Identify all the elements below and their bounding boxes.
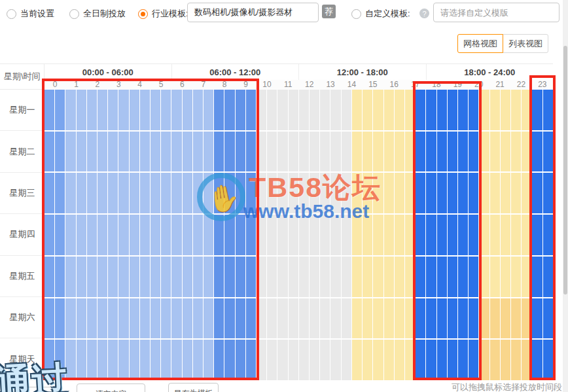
schedule-cell[interactable]	[373, 298, 383, 339]
schedule-cell[interactable]	[330, 132, 341, 172]
schedule-cell[interactable]	[130, 298, 140, 339]
schedule-cell[interactable]	[108, 132, 118, 172]
schedule-cell[interactable]	[363, 90, 373, 130]
schedule-cell[interactable]	[183, 340, 193, 380]
schedule-cell[interactable]	[98, 173, 108, 213]
schedule-cell[interactable]	[140, 132, 151, 172]
schedule-cell[interactable]	[373, 173, 383, 213]
schedule-cell[interactable]	[395, 298, 405, 339]
schedule-cell[interactable]	[171, 132, 182, 172]
schedule-cell[interactable]	[448, 90, 458, 130]
schedule-cell[interactable]	[395, 90, 405, 130]
schedule-cell[interactable]	[532, 340, 542, 380]
schedule-cell[interactable]	[437, 340, 448, 380]
schedule-cell[interactable]	[183, 173, 193, 213]
schedule-cell[interactable]	[277, 340, 288, 380]
schedule-cell[interactable]	[140, 173, 151, 213]
schedule-cell[interactable]	[469, 340, 479, 380]
schedule-cell[interactable]	[299, 298, 310, 339]
schedule-cell[interactable]	[87, 215, 98, 255]
schedule-cell[interactable]	[342, 173, 352, 213]
schedule-cell[interactable]	[204, 90, 214, 130]
schedule-cell[interactable]	[257, 132, 267, 172]
schedule-cell[interactable]	[342, 132, 352, 172]
schedule-cell[interactable]	[469, 257, 479, 297]
schedule-cell[interactable]	[193, 215, 204, 255]
schedule-cell[interactable]	[320, 340, 330, 380]
schedule-cell[interactable]	[161, 298, 171, 339]
schedule-cell[interactable]	[87, 340, 98, 380]
schedule-cell[interactable]	[204, 257, 214, 297]
schedule-cell[interactable]	[426, 173, 436, 213]
schedule-cell[interactable]	[161, 215, 171, 255]
custom-template-input[interactable]	[433, 3, 559, 22]
schedule-cell[interactable]	[277, 173, 288, 213]
schedule-cell[interactable]	[342, 257, 352, 297]
schedule-cell[interactable]	[193, 173, 204, 213]
schedule-cell[interactable]	[532, 215, 542, 255]
schedule-cell[interactable]	[384, 257, 395, 297]
schedule-cell[interactable]	[44, 90, 55, 130]
schedule-cell[interactable]	[532, 132, 542, 172]
schedule-cell[interactable]	[426, 132, 436, 172]
schedule-cell[interactable]	[77, 257, 87, 297]
schedule-cell[interactable]	[543, 132, 553, 172]
schedule-cell[interactable]	[257, 215, 267, 255]
schedule-cell[interactable]	[224, 298, 235, 339]
schedule-cell[interactable]	[118, 132, 129, 172]
schedule-cell[interactable]	[151, 257, 161, 297]
schedule-cell[interactable]	[532, 257, 542, 297]
schedule-cell[interactable]	[246, 173, 257, 213]
schedule-cell[interactable]	[171, 215, 182, 255]
schedule-cell[interactable]	[416, 298, 426, 339]
schedule-cell[interactable]	[458, 340, 469, 380]
schedule-cell[interactable]	[108, 340, 118, 380]
schedule-cell[interactable]	[342, 298, 352, 339]
schedule-cell[interactable]	[161, 257, 171, 297]
industry-template-select[interactable]: 数码相机/摄像机/摄影器材	[187, 3, 319, 22]
schedule-cell[interactable]	[469, 90, 479, 130]
schedule-cell[interactable]	[330, 90, 341, 130]
schedule-cell[interactable]	[437, 298, 448, 339]
schedule-cell[interactable]	[511, 257, 522, 297]
radio-current-settings[interactable]: 当前设置	[7, 8, 54, 20]
schedule-cell[interactable]	[236, 298, 246, 339]
schedule-cell[interactable]	[44, 340, 55, 380]
page-scrollbar[interactable]	[563, 0, 568, 392]
schedule-cell[interactable]	[352, 215, 363, 255]
schedule-cell[interactable]	[299, 257, 310, 297]
schedule-cell[interactable]	[543, 173, 553, 213]
schedule-cell[interactable]	[342, 340, 352, 380]
schedule-cell[interactable]	[236, 132, 246, 172]
schedule-cell[interactable]	[267, 132, 277, 172]
scrollbar-thumb[interactable]	[563, 46, 567, 294]
schedule-cell[interactable]	[299, 90, 310, 130]
schedule-cell[interactable]	[118, 298, 129, 339]
schedule-cell[interactable]	[130, 90, 140, 130]
radio-industry-template[interactable]: 行业模板:	[138, 8, 188, 20]
schedule-cell[interactable]	[299, 173, 310, 213]
schedule-cell[interactable]	[458, 257, 469, 297]
schedule-cell[interactable]	[310, 257, 320, 297]
schedule-cell[interactable]	[532, 298, 542, 339]
schedule-cell[interactable]	[277, 132, 288, 172]
schedule-cell[interactable]	[98, 132, 108, 172]
schedule-cell[interactable]	[395, 215, 405, 255]
schedule-cell[interactable]	[395, 257, 405, 297]
schedule-cell[interactable]	[151, 173, 161, 213]
schedule-cell[interactable]	[458, 215, 469, 255]
schedule-cell[interactable]	[511, 340, 522, 380]
schedule-cell[interactable]	[522, 298, 532, 339]
schedule-grid[interactable]	[44, 90, 553, 380]
schedule-cell[interactable]	[522, 173, 532, 213]
schedule-cell[interactable]	[44, 215, 55, 255]
schedule-cell[interactable]	[140, 298, 151, 339]
schedule-cell[interactable]	[151, 90, 161, 130]
schedule-cell[interactable]	[330, 340, 341, 380]
schedule-cell[interactable]	[416, 173, 426, 213]
schedule-cell[interactable]	[77, 132, 87, 172]
schedule-cell[interactable]	[267, 340, 277, 380]
schedule-cell[interactable]	[501, 90, 511, 130]
schedule-cell[interactable]	[183, 132, 193, 172]
schedule-cell[interactable]	[320, 90, 330, 130]
